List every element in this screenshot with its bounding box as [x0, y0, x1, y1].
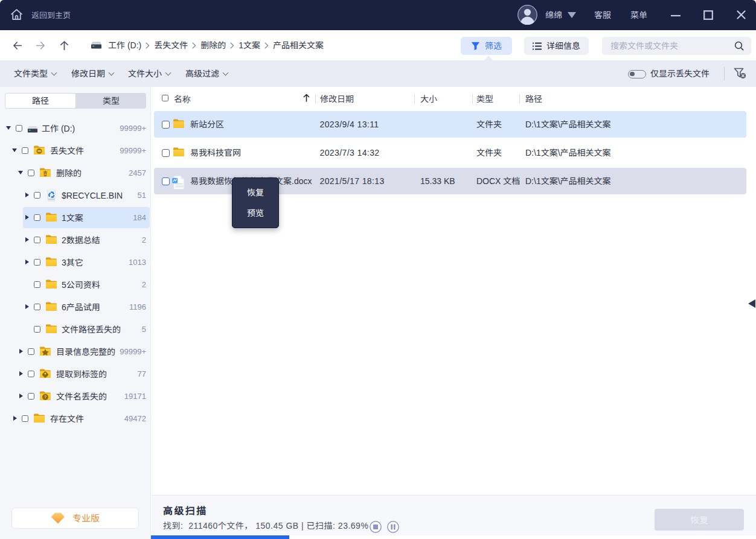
svg-text:?: ?: [44, 394, 47, 400]
